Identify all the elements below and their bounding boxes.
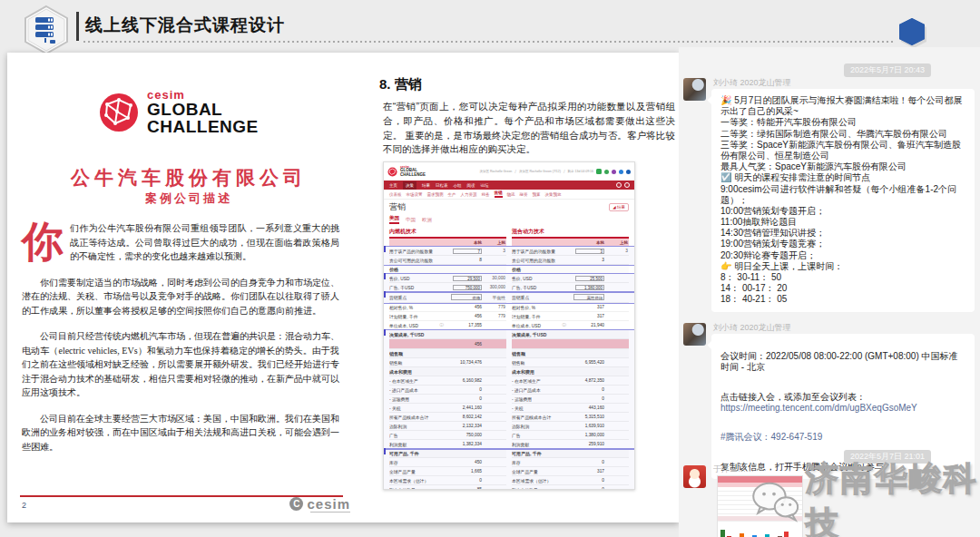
row-label: 计划销量, 千件: [389, 314, 446, 319]
value-cell: 21,940: [568, 323, 604, 327]
decision-input[interactable]: 25,500: [575, 276, 604, 281]
user-icon[interactable]: [616, 182, 622, 188]
value-cell: 443,160: [568, 405, 604, 410]
paragraph-3: 公司目前只经营传统内燃机汽车市场，但现在普遍的共识是：混合动力车、电动车（ele…: [22, 329, 339, 400]
shared-image-thumbnail[interactable]: [717, 475, 803, 537]
cesim-logo: cesim GLOBAL CHALLENGE: [98, 89, 259, 135]
row-label: 营销重点: [389, 295, 446, 300]
row-label: 贵公司可用的总功能数: [389, 258, 446, 263]
subnav-item-市场设置[interactable]: 市场设置: [407, 192, 423, 197]
value-cell: 2,132,334: [446, 424, 482, 428]
decision-input[interactable]: 1,380,000: [575, 285, 604, 290]
subnav-item-营销[interactable]: 营销: [495, 190, 503, 198]
tab-中国[interactable]: 中国: [406, 217, 416, 223]
user-dot-icon: [612, 170, 616, 174]
nav-item-小组[interactable]: 小组: [454, 183, 462, 188]
prev-value-cell: 3: [482, 249, 506, 253]
row-label: 售价, USD: [389, 276, 446, 281]
avatar-photo: [683, 323, 706, 346]
table-row: 贵公司可用的总功能数8: [389, 256, 506, 265]
row-label: 边际利润: [389, 424, 446, 429]
nav-item-主页[interactable]: 主页: [389, 183, 397, 188]
nav-right-icons: [616, 182, 630, 188]
decision-input[interactable]: 29,500: [453, 276, 482, 281]
topbar-status-item: 决策区 Rochelle Green: [480, 170, 513, 173]
row-label: 本区域需求（估计）: [512, 478, 568, 483]
nav-item-日程表[interactable]: 日程表: [436, 183, 448, 188]
table-row: 利润贡献259,910: [512, 440, 629, 449]
info-icon: ⓘ: [563, 323, 567, 327]
subnav-item-需求预测[interactable]: 需求预测: [427, 192, 444, 197]
column-header: 上轮: [482, 240, 506, 245]
value-cell: 10,734,476: [446, 360, 482, 365]
subnav-item-仪表板[interactable]: 仪表板: [389, 192, 402, 197]
row-label: 广告: [512, 433, 568, 438]
table-row: 456: [389, 339, 506, 349]
separator: /: [514, 169, 516, 174]
meeting-link[interactable]: https://meeting.tencent.com/dm/ugBXeqGso…: [720, 403, 917, 413]
nav-item-结果[interactable]: 结果: [422, 183, 430, 188]
avatar[interactable]: [683, 78, 706, 101]
focus-dropdown[interactable]: 高性价比: [573, 294, 604, 300]
thumb-bar: [784, 532, 789, 537]
table-row: 销售额: [389, 349, 506, 358]
table-row: - 运输费用0: [389, 395, 506, 404]
subnav-item-生产[interactable]: 生产: [448, 192, 456, 197]
dropcap: 你: [22, 224, 64, 259]
column-headers: 本轮上轮: [512, 239, 629, 247]
decision-input[interactable]: 750,000: [453, 285, 482, 290]
table-row: 计划销量, 千件456779: [389, 312, 506, 321]
subnav-item-税务[interactable]: 税务: [482, 192, 490, 197]
table-row: 销售额6,955,420: [512, 358, 629, 367]
tab-美国[interactable]: 美国: [389, 215, 399, 224]
section-heading: 8. 营销: [379, 76, 422, 93]
column-headers: 本轮上轮: [389, 239, 506, 247]
header-divider: [76, 12, 79, 41]
value-cell: 8,602,142: [446, 415, 482, 419]
subnav-item-物流[interactable]: 物流: [507, 192, 515, 197]
nav-item-决策[interactable]: 决策: [403, 181, 416, 190]
table-row: 相对售价, %317: [512, 303, 629, 312]
table-row: 利润贡献1,382,334: [389, 440, 506, 449]
avatar[interactable]: [683, 323, 706, 346]
paragraph-1: 你们作为公牛汽车股份有限公司重组领导团队，一系列意义重大的挑战正等待达成。公司曾…: [22, 221, 339, 264]
subnav-item-预算[interactable]: 预算: [533, 192, 541, 197]
prev-value-cell: 779: [482, 305, 506, 309]
table-row: 边际利润2,132,334: [389, 422, 506, 431]
value-cell: 1,380,000: [568, 433, 604, 437]
value-cell: 6,160,982: [446, 378, 482, 383]
row-label: 销售额: [389, 360, 446, 366]
table-row: 本区域需求（估计）0: [512, 476, 629, 485]
focus-dropdown[interactable]: 价格: [451, 294, 482, 300]
thumb-bar: [720, 530, 725, 537]
decision-input[interactable]: 3: [575, 249, 604, 254]
table-row: 营销重点价格平衡性: [389, 292, 506, 303]
spacer: [720, 414, 965, 421]
cesim-globe-icon: [98, 92, 140, 133]
row-label: 单位成本, USD: [389, 323, 440, 328]
decision-input[interactable]: 7: [453, 249, 482, 254]
avatar[interactable]: [683, 465, 706, 488]
row-label: 销售额: [389, 351, 506, 356]
subnav-item-决策预览[interactable]: 决策预览: [545, 192, 562, 197]
nav-item-阅读[interactable]: 阅读: [467, 183, 475, 188]
table-row: 广告, 千USD750,000300,000: [389, 283, 506, 292]
topbar-status-item: 剩余 13d 04:09:16: [568, 170, 593, 173]
footer-logo: C cesim: [289, 497, 350, 511]
row-label: 库存: [389, 460, 446, 465]
header-dotted-line: [83, 41, 894, 43]
subnav-item-融资[interactable]: 融资: [520, 192, 528, 197]
info-icon[interactable]: [624, 182, 630, 188]
table-row: 全球产品产量1,665: [389, 467, 506, 476]
row-label: - 运输费用: [512, 396, 568, 402]
logo-line1: GLOBAL: [147, 101, 259, 118]
nav-item-论坛[interactable]: 论坛: [481, 183, 489, 188]
content-sheet: cesim GLOBAL CHALLENGE 公牛汽车股份有限公司 案例公司描述…: [7, 53, 679, 522]
thumb-table-grid: [718, 487, 802, 516]
table-row: 售价, USD29,50030,000: [389, 274, 506, 283]
table-row: 期末仓储数量85: [389, 485, 506, 490]
tab-欧洲[interactable]: 欧洲: [422, 217, 432, 223]
subnav-item-人力资源[interactable]: 人力资源: [461, 192, 477, 197]
column-header: 本轮: [568, 240, 604, 245]
value-cell: 0: [568, 396, 604, 401]
